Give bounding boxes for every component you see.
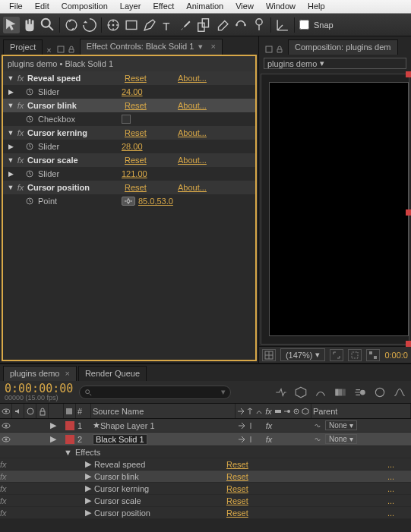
prop-value[interactable]: 121.00 bbox=[122, 169, 147, 178]
zoom-tool[interactable] bbox=[40, 17, 56, 33]
graph-editor-icon[interactable] bbox=[393, 386, 406, 399]
axis-tool[interactable] bbox=[274, 17, 291, 33]
lock-icon[interactable] bbox=[68, 46, 75, 53]
pickwhip-icon[interactable] bbox=[313, 435, 322, 444]
twirl-icon[interactable]: ▶ bbox=[76, 496, 91, 505]
roi-icon[interactable] bbox=[366, 349, 380, 361]
panel-menu-icon[interactable] bbox=[265, 46, 273, 53]
twirl-icon[interactable]: ▼ bbox=[6, 102, 15, 109]
prop-value[interactable]: 24.00 bbox=[122, 87, 143, 96]
about-link[interactable]: About... bbox=[178, 74, 207, 83]
reset-link[interactable]: Reset bbox=[125, 74, 178, 83]
twirl-icon[interactable]: ▶ bbox=[76, 471, 91, 481]
search-input[interactable]: ▾ bbox=[79, 386, 231, 399]
rotate-tool[interactable] bbox=[81, 17, 98, 33]
tl-effect-name[interactable]: Cursor blink bbox=[91, 472, 226, 481]
reset-link[interactable]: Reset bbox=[125, 101, 178, 110]
pan-behind-tool[interactable] bbox=[105, 17, 122, 33]
reset-link[interactable]: Reset bbox=[226, 472, 307, 481]
reset-link[interactable]: Reset bbox=[125, 156, 178, 165]
point-picker-icon[interactable] bbox=[122, 197, 135, 206]
pen-tool[interactable] bbox=[141, 17, 158, 33]
effect-controls-tab[interactable]: Effect Controls: Black Solid 1 ▾ × bbox=[80, 39, 223, 55]
tab-dropdown-icon[interactable]: ▾ bbox=[196, 42, 205, 51]
comp-mini-flowchart-icon[interactable] bbox=[274, 386, 288, 399]
pickwhip-icon[interactable] bbox=[313, 421, 322, 430]
draft3d-icon[interactable] bbox=[294, 386, 308, 399]
layer-name[interactable]: Shape Layer 1 bbox=[100, 421, 155, 430]
close-tab-icon[interactable]: × bbox=[210, 42, 215, 51]
menu-effect[interactable]: Effect bbox=[147, 0, 180, 13]
tl-effect-name[interactable]: Cursor scale bbox=[91, 496, 226, 505]
checkbox[interactable] bbox=[122, 115, 131, 124]
options-link[interactable]: ... bbox=[387, 496, 394, 505]
eye-icon[interactable] bbox=[2, 421, 11, 430]
brush-tool[interactable] bbox=[178, 17, 194, 33]
layer-name[interactable]: Black Solid 1 bbox=[93, 434, 147, 445]
comp-handle[interactable] bbox=[406, 71, 411, 77]
stopwatch-icon[interactable] bbox=[26, 88, 33, 96]
twirl-icon[interactable]: ▼ bbox=[6, 129, 15, 137]
eye-icon[interactable] bbox=[2, 435, 11, 444]
grid-icon[interactable] bbox=[262, 349, 276, 361]
menu-edit[interactable]: Edit bbox=[29, 0, 55, 13]
twirl-icon[interactable] bbox=[6, 197, 15, 205]
stopwatch-icon[interactable] bbox=[26, 197, 33, 205]
eraser-tool[interactable] bbox=[214, 17, 231, 33]
effect-name[interactable]: Cursor blink bbox=[26, 101, 125, 110]
twirl-icon[interactable]: ▼ bbox=[6, 184, 15, 191]
motion-blur-icon[interactable] bbox=[353, 386, 367, 399]
about-link[interactable]: About... bbox=[178, 183, 207, 192]
stopwatch-icon[interactable] bbox=[26, 115, 33, 123]
options-link[interactable]: ... bbox=[387, 460, 394, 469]
label-color[interactable] bbox=[65, 435, 74, 444]
comp-selector[interactable]: plugins demo▾ bbox=[264, 58, 406, 69]
rect-tool[interactable] bbox=[123, 17, 140, 33]
reset-link[interactable]: Reset bbox=[125, 128, 178, 137]
eye-col-icon[interactable] bbox=[2, 407, 10, 416]
twirl-icon[interactable]: ▶ bbox=[50, 420, 56, 430]
timecode[interactable]: 0:00:00:00 bbox=[5, 383, 73, 395]
tl-effect-name[interactable]: Reveal speed bbox=[91, 460, 226, 469]
reset-link[interactable]: Reset bbox=[226, 484, 307, 493]
twirl-icon[interactable]: ▼ bbox=[64, 448, 72, 457]
panel-menu-icon[interactable] bbox=[57, 46, 65, 53]
label-col-icon[interactable] bbox=[65, 408, 73, 415]
twirl-icon[interactable]: ▼ bbox=[6, 156, 15, 164]
reset-link[interactable]: Reset bbox=[226, 508, 307, 518]
stopwatch-icon[interactable] bbox=[26, 170, 33, 178]
prop-value[interactable]: 28.00 bbox=[122, 142, 143, 151]
stopwatch-icon[interactable] bbox=[26, 143, 33, 150]
tab-switch-icon[interactable]: × bbox=[44, 46, 53, 55]
lock-icon[interactable] bbox=[276, 46, 283, 53]
pin-tool[interactable] bbox=[251, 17, 267, 33]
clone-tool[interactable] bbox=[196, 17, 213, 33]
text-tool[interactable]: T bbox=[160, 17, 176, 33]
zoom-dropdown[interactable]: (147%)▾ bbox=[280, 348, 325, 361]
label-color[interactable] bbox=[65, 421, 74, 430]
twirl-icon[interactable]: ▼ bbox=[6, 74, 15, 82]
twirl-icon[interactable]: ▶ bbox=[50, 434, 56, 444]
snap-checkbox[interactable] bbox=[299, 20, 309, 30]
source-col[interactable]: Source Name bbox=[91, 404, 236, 418]
composition-view[interactable] bbox=[261, 74, 409, 345]
effects-group[interactable]: Effects bbox=[72, 448, 217, 457]
project-tab[interactable]: Project bbox=[3, 39, 43, 55]
menu-view[interactable]: View bbox=[229, 0, 260, 13]
shy-icon[interactable] bbox=[314, 386, 327, 399]
lock-col-icon[interactable] bbox=[38, 407, 46, 416]
reset-link[interactable]: Reset bbox=[125, 183, 178, 192]
close-icon[interactable]: × bbox=[62, 369, 69, 378]
comp-handle[interactable] bbox=[406, 209, 411, 216]
about-link[interactable]: About... bbox=[178, 128, 207, 137]
twirl-icon[interactable]: ▶ bbox=[76, 508, 91, 518]
effect-name[interactable]: Cursor kerning bbox=[26, 128, 125, 137]
twirl-icon[interactable] bbox=[6, 115, 15, 123]
twirl-icon[interactable]: ▶ bbox=[6, 143, 15, 150]
menu-composition[interactable]: Composition bbox=[55, 0, 114, 13]
roto-tool[interactable] bbox=[232, 17, 249, 33]
effect-name[interactable]: Reveal speed bbox=[26, 74, 125, 83]
selection-tool[interactable] bbox=[3, 17, 20, 33]
menu-file[interactable]: File bbox=[3, 0, 29, 13]
mask-icon[interactable] bbox=[348, 349, 362, 361]
